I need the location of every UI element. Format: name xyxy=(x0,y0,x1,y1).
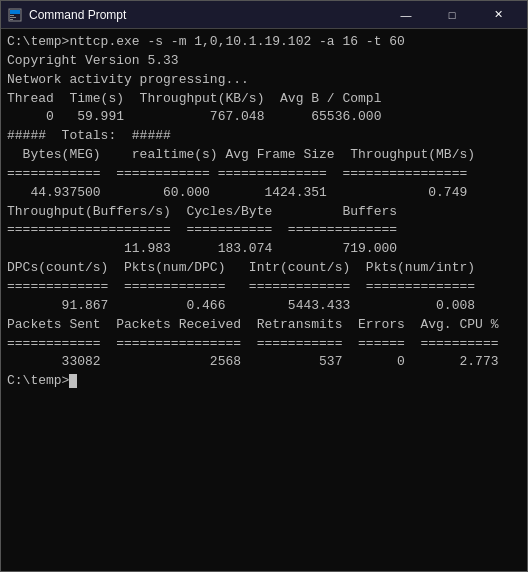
console-line: ============ ============ ==============… xyxy=(7,165,521,184)
console-line: 0 59.991 767.048 65536.000 xyxy=(7,108,521,127)
console-line: Packets Sent Packets Received Retransmit… xyxy=(7,316,521,335)
console-line: 33082 2568 537 0 2.773 xyxy=(7,353,521,372)
console-output: C:\temp>nttcp.exe -s -m 1,0,10.1.19.102 … xyxy=(1,29,527,571)
console-line: Network activity progressing... xyxy=(7,71,521,90)
app-icon xyxy=(7,7,23,23)
console-line: Bytes(MEG) realtime(s) Avg Frame Size Th… xyxy=(7,146,521,165)
console-line: C:\temp> xyxy=(7,372,521,391)
svg-rect-4 xyxy=(10,19,13,20)
console-line: ============= ============= ============… xyxy=(7,278,521,297)
close-button[interactable]: ✕ xyxy=(475,1,521,29)
cursor xyxy=(69,374,77,388)
console-line: 11.983 183.074 719.000 xyxy=(7,240,521,259)
console-line: Copyright Version 5.33 xyxy=(7,52,521,71)
console-line: 91.867 0.466 5443.433 0.008 xyxy=(7,297,521,316)
title-bar: Command Prompt — □ ✕ xyxy=(1,1,527,29)
svg-rect-3 xyxy=(10,17,16,18)
window: Command Prompt — □ ✕ C:\temp>nttcp.exe -… xyxy=(0,0,528,572)
console-line: Throughput(Buffers/s) Cycles/Byte Buffer… xyxy=(7,203,521,222)
console-line: ##### Totals: ##### xyxy=(7,127,521,146)
svg-rect-1 xyxy=(10,10,20,14)
console-line: DPCs(count/s) Pkts(num/DPC) Intr(count/s… xyxy=(7,259,521,278)
console-line: 44.937500 60.000 1424.351 0.749 xyxy=(7,184,521,203)
console-line: C:\temp>nttcp.exe -s -m 1,0,10.1.19.102 … xyxy=(7,33,521,52)
window-title: Command Prompt xyxy=(29,8,383,22)
window-controls: — □ ✕ xyxy=(383,1,521,29)
svg-rect-2 xyxy=(10,15,14,16)
maximize-button[interactable]: □ xyxy=(429,1,475,29)
console-line: ===================== =========== ======… xyxy=(7,221,521,240)
console-line: ============ ================ ==========… xyxy=(7,335,521,354)
minimize-button[interactable]: — xyxy=(383,1,429,29)
console-line: Thread Time(s) Throughput(KB/s) Avg B / … xyxy=(7,90,521,109)
